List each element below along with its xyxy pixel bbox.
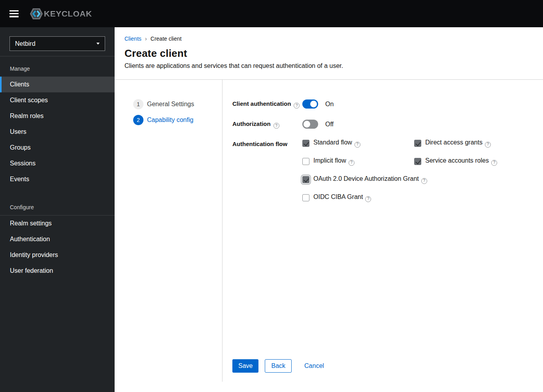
- sidebar-item-authentication[interactable]: Authentication: [0, 231, 115, 247]
- logo-text: KEYCLOAK: [44, 9, 92, 19]
- authentication-flow-label: Authentication flow: [232, 141, 287, 147]
- chevron-down-icon: [96, 43, 100, 45]
- cancel-button[interactable]: Cancel: [304, 362, 324, 369]
- sidebar-item-clients[interactable]: Clients: [0, 77, 115, 92]
- form-row-authentication-flow: Authentication flow Standard flow? Direc…: [232, 140, 543, 201]
- keycloak-logo-icon: [30, 8, 43, 20]
- help-icon[interactable]: ?: [421, 178, 427, 184]
- wizard-step-number: 2: [133, 115, 143, 125]
- page-subtitle: Clients are applications and services th…: [124, 62, 533, 79]
- help-icon[interactable]: ?: [294, 103, 300, 109]
- client-authentication-state: On: [325, 101, 334, 108]
- form-row-client-authentication: Client authentication? On: [232, 99, 543, 109]
- menu-toggle-button[interactable]: [9, 10, 19, 17]
- nav-section-title-manage: Manage: [0, 56, 115, 77]
- checkbox-direct-access-grants[interactable]: [414, 140, 421, 147]
- back-button[interactable]: Back: [265, 359, 292, 373]
- form-footer: Save Back Cancel: [232, 359, 543, 373]
- breadcrumb: Clients › Create client: [124, 36, 533, 42]
- option-oidc-ciba-grant[interactable]: OIDC CIBA Grant?: [302, 194, 497, 201]
- breadcrumb-separator-icon: ›: [145, 36, 147, 41]
- sidebar: Netbird Manage Clients Client scopes Rea…: [0, 27, 115, 392]
- help-icon[interactable]: ?: [365, 196, 371, 202]
- wizard-step-general-settings[interactable]: 1 General Settings: [133, 99, 222, 109]
- sidebar-item-user-federation[interactable]: User federation: [0, 263, 115, 279]
- main-content: Clients › Create client Create client Cl…: [115, 27, 543, 392]
- checkbox-service-accounts-roles[interactable]: [414, 158, 421, 165]
- sidebar-item-users[interactable]: Users: [0, 124, 115, 140]
- wizard-step-capability-config[interactable]: 2 Capability config: [133, 115, 222, 125]
- breadcrumb-link-clients[interactable]: Clients: [124, 36, 141, 42]
- page-header: Clients › Create client Create client Cl…: [115, 27, 543, 80]
- capability-config-form: Client authentication? On Authorization?…: [222, 80, 543, 382]
- form-row-authorization: Authorization? Off: [232, 120, 543, 129]
- sidebar-item-events[interactable]: Events: [0, 171, 115, 187]
- realm-selector[interactable]: Netbird: [9, 36, 105, 51]
- client-authentication-label: Client authentication: [232, 100, 291, 107]
- client-authentication-toggle[interactable]: [302, 99, 318, 109]
- authorization-toggle[interactable]: [302, 120, 318, 129]
- save-button[interactable]: Save: [232, 359, 258, 373]
- help-icon[interactable]: ?: [349, 160, 354, 166]
- option-oauth-device-grant[interactable]: OAuth 2.0 Device Authorization Grant?: [302, 176, 497, 183]
- nav-section-title-configure: Configure: [0, 195, 115, 215]
- wizard-step-number: 1: [133, 99, 143, 109]
- keycloak-logo: KEYCLOAK: [30, 8, 92, 20]
- wizard-step-label: Capability config: [147, 116, 193, 124]
- checkbox-oidc-ciba-grant[interactable]: [302, 194, 309, 201]
- checkbox-standard-flow[interactable]: [302, 140, 309, 147]
- help-icon[interactable]: ?: [273, 123, 279, 129]
- sidebar-item-groups[interactable]: Groups: [0, 140, 115, 156]
- sidebar-item-realm-settings[interactable]: Realm settings: [0, 216, 115, 231]
- checkbox-implicit-flow[interactable]: [302, 158, 309, 165]
- sidebar-item-client-scopes[interactable]: Client scopes: [0, 92, 115, 108]
- wizard-steps: 1 General Settings 2 Capability config: [115, 80, 222, 382]
- page-title: Create client: [124, 48, 533, 59]
- help-icon[interactable]: ?: [354, 142, 360, 148]
- sidebar-item-sessions[interactable]: Sessions: [0, 156, 115, 171]
- top-bar: KEYCLOAK: [0, 0, 543, 27]
- help-icon[interactable]: ?: [491, 160, 497, 166]
- realm-name: Netbird: [15, 40, 36, 47]
- option-implicit-flow[interactable]: Implicit flow?: [302, 158, 414, 165]
- breadcrumb-current: Create client: [151, 36, 182, 42]
- authorization-label: Authorization: [232, 120, 271, 127]
- option-standard-flow[interactable]: Standard flow?: [302, 140, 414, 147]
- sidebar-item-realm-roles[interactable]: Realm roles: [0, 108, 115, 124]
- option-service-accounts-roles[interactable]: Service accounts roles?: [414, 158, 497, 165]
- sidebar-item-identity-providers[interactable]: Identity providers: [0, 247, 115, 263]
- wizard-step-label: General Settings: [147, 101, 194, 108]
- help-icon[interactable]: ?: [485, 142, 491, 148]
- authorization-state: Off: [325, 121, 334, 128]
- checkbox-oauth-device-grant[interactable]: [302, 176, 309, 183]
- option-direct-access-grants[interactable]: Direct access grants?: [414, 140, 497, 147]
